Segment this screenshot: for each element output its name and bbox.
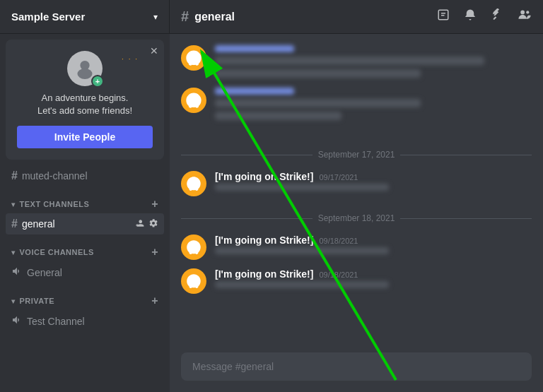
message-timestamp-3: 09/18/2021 [319, 271, 358, 279]
muted-channel-item[interactable]: # muted-channel [6, 165, 164, 186]
message-header-2: [I'm going on Strike!] 09/18/2021 [215, 234, 532, 246]
voice-channels-section: ▾ VOICE CHANNELS + General [0, 234, 170, 283]
message-content-1: [I'm going on Strike!] 09/17/2021 [215, 171, 532, 191]
messages-list: September 17, 2021 [I'm going on Strike!… [170, 34, 543, 352]
top-bar: Sample Server ▾ # general [0, 0, 543, 34]
blurred-avatar-1 [181, 45, 206, 71]
blurred-messages-top [181, 45, 532, 130]
channel-header: # general [170, 0, 437, 33]
message-text-2 [215, 247, 389, 254]
message-username-3: [I'm going on Strike!] [215, 268, 313, 280]
add-text-channel-button[interactable]: + [151, 198, 158, 210]
blurred-username-2 [215, 88, 294, 95]
add-voice-channel-button[interactable]: + [151, 246, 158, 259]
message-row-3: [I'm going on Strike!] 09/18/2021 [181, 268, 532, 294]
popup-decoration-dots: · · · [122, 55, 139, 63]
svg-point-3 [520, 11, 525, 15]
chat-area: September 17, 2021 [I'm going on Strike!… [170, 34, 543, 392]
message-username-2: [I'm going on Strike!] [215, 234, 313, 246]
blurred-avatar-2 [181, 88, 206, 113]
message-header-3: [I'm going on Strike!] 09/18/2021 [215, 268, 532, 280]
blurred-text-1b [215, 69, 421, 78]
popup-avatar-add-badge: + [91, 75, 104, 88]
message-username-1: [I'm going on Strike!] [215, 171, 313, 182]
members-icon[interactable] [518, 8, 532, 25]
message-content-3: [I'm going on Strike!] 09/18/2021 [215, 268, 532, 288]
chat-input[interactable]: Message #general [181, 352, 532, 381]
private-chevron-icon: ▾ [11, 297, 16, 305]
add-member-icon[interactable] [134, 218, 144, 230]
private-header[interactable]: ▾ PRIVATE + [6, 283, 164, 310]
general-channel-icons [134, 218, 158, 230]
message-text-1 [215, 184, 389, 191]
date-divider-sept18-text: September 18, 2021 [318, 213, 395, 223]
test-channel-label: Test Channel [27, 316, 85, 327]
add-private-channel-button[interactable]: + [151, 295, 158, 307]
search-channels-icon[interactable] [437, 8, 450, 25]
popup-text: An adventure begins. Let's add some frie… [17, 92, 153, 117]
blurred-username-1 [215, 45, 294, 52]
server-chevron-icon: ▾ [153, 12, 158, 22]
message-avatar-2 [181, 234, 206, 260]
message-header-1: [I'm going on Strike!] 09/17/2021 [215, 171, 532, 182]
test-channel-item[interactable]: Test Channel [6, 310, 164, 332]
svg-point-4 [526, 11, 529, 13]
blurred-text-2b [215, 112, 341, 120]
notification-bell-icon[interactable] [464, 8, 477, 25]
blurred-content-2 [215, 88, 532, 124]
general-voice-channel-item[interactable]: General [6, 261, 164, 283]
message-row-2: [I'm going on Strike!] 09/18/2021 [181, 234, 532, 260]
text-channels-chevron-icon: ▾ [11, 201, 16, 208]
date-divider-sept18: September 18, 2021 [181, 213, 532, 223]
svg-point-6 [78, 69, 93, 79]
date-divider-sept17: September 17, 2021 [181, 150, 532, 160]
text-channels-header[interactable]: ▾ TEXT CHANNELS + [6, 186, 164, 213]
main-layout: ✕ · · · + An adventure begins. Let's add… [0, 34, 543, 392]
voice-channels-chevron-icon: ▾ [11, 249, 16, 256]
message-timestamp-2: 09/18/2021 [319, 237, 358, 245]
muted-channel-label: muted-channel [22, 170, 88, 182]
popup-avatar: + [67, 51, 103, 86]
voice-channel-speaker-icon [11, 266, 23, 279]
general-channel-label: general [22, 218, 55, 230]
sidebar: ✕ · · · + An adventure begins. Let's add… [0, 34, 170, 392]
invite-popup-card: ✕ · · · + An adventure begins. Let's add… [6, 40, 164, 160]
chat-input-area: Message #general [170, 352, 543, 392]
private-label: ▾ PRIVATE [11, 297, 151, 305]
general-channel-item[interactable]: # general [6, 213, 164, 234]
text-channels-section: ▾ TEXT CHANNELS + # general [0, 186, 170, 234]
header-icons [437, 8, 543, 25]
blurred-content-1 [215, 45, 532, 82]
message-row-1: [I'm going on Strike!] 09/17/2021 [181, 171, 532, 196]
message-avatar-1 [181, 171, 206, 196]
chat-input-placeholder: Message #general [192, 361, 274, 372]
date-divider-sept17-text: September 17, 2021 [318, 150, 395, 160]
server-name-button[interactable]: Sample Server ▾ [0, 0, 170, 33]
invite-people-button[interactable]: Invite People [17, 126, 153, 148]
text-channels-label: ▾ TEXT CHANNELS [11, 200, 151, 208]
general-voice-channel-label: General [27, 267, 62, 278]
muted-channel-hash-icon: # [11, 170, 18, 182]
voice-channels-label: ▾ VOICE CHANNELS [11, 248, 151, 256]
channel-name: general [194, 11, 235, 23]
voice-channels-header[interactable]: ▾ VOICE CHANNELS + [6, 234, 164, 261]
general-channel-hash-icon: # [11, 218, 18, 230]
pin-icon[interactable] [491, 8, 503, 25]
channel-settings-icon[interactable] [148, 218, 158, 230]
channel-hash-icon: # [181, 8, 189, 25]
message-timestamp-1: 09/17/2021 [319, 173, 358, 182]
test-channel-speaker-icon [11, 314, 23, 328]
blurred-message-2 [181, 88, 532, 124]
popup-avatar-area: · · · + [17, 51, 153, 86]
server-name: Sample Server [11, 11, 153, 23]
message-avatar-3 [181, 268, 206, 294]
private-section: ▾ PRIVATE + Test Channel [0, 283, 170, 332]
blurred-text-2a [215, 99, 421, 107]
message-text-3 [215, 281, 389, 288]
blurred-message-1 [181, 45, 532, 82]
muted-channel-section: # muted-channel [0, 165, 170, 186]
blurred-text-1a [215, 57, 484, 65]
message-content-2: [I'm going on Strike!] 09/18/2021 [215, 234, 532, 254]
